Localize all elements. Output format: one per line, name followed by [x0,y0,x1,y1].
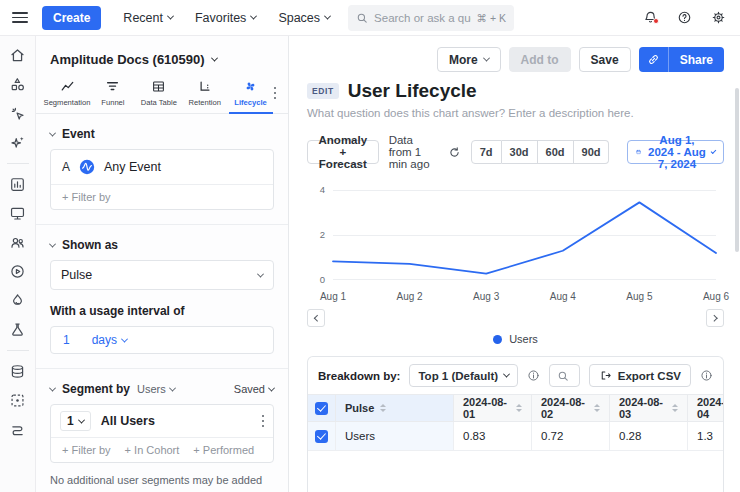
value-cell: 1.3 [688,422,724,451]
breakdown-select[interactable]: Top 1 (Default) [409,364,518,387]
chart-legend[interactable]: Users [307,333,724,345]
users-icon[interactable] [9,234,26,251]
next-page-button[interactable] [706,309,724,327]
spaces-menu[interactable]: Spaces [278,11,330,25]
create-button[interactable]: Create [42,6,101,30]
experiments-icon[interactable] [9,321,26,338]
collapse-chevron-icon[interactable] [49,384,56,391]
bell-icon[interactable] [643,10,658,25]
range-30d-button[interactable]: 30d [502,140,538,164]
copy-link-button[interactable] [639,47,669,72]
table-search-input[interactable] [549,364,580,387]
share-split-button: Share [639,47,724,72]
interval-unit: days [92,333,117,347]
help-icon[interactable] [677,10,692,25]
chevron-down-icon [211,54,218,61]
home-icon[interactable] [9,47,26,64]
row-name-cell[interactable]: Users [336,422,454,451]
flame-icon[interactable] [9,292,26,309]
description-placeholder[interactable]: What question does this chart answer? En… [307,107,724,119]
range-60d-button[interactable]: 60d [538,140,574,164]
tab-lifecycle[interactable]: Lifecycle [228,79,274,113]
page-title[interactable]: User Lifecycle [348,80,477,102]
favorites-menu[interactable]: Favorites [195,11,256,25]
x-tick: Aug 5 [626,291,652,302]
tab-data-table[interactable]: Data Table [136,79,182,113]
chevron-down-icon [250,13,257,20]
info-icon[interactable] [527,369,540,382]
export-csv-button[interactable]: Export CSV [589,364,691,387]
y-tick: 4 [307,185,325,195]
retention-icon [197,79,212,94]
date-range-presets: 7d 30d 60d 90d [471,140,610,164]
prev-page-button[interactable] [307,309,325,327]
gear-icon[interactable] [711,10,726,25]
select-all-checkbox[interactable] [315,402,328,415]
interval-value[interactable]: 1 [63,333,70,347]
search-input[interactable]: Search or ask a question ⌘ + K [348,5,514,31]
database-icon[interactable] [9,363,26,380]
more-button[interactable]: More [437,47,501,72]
column-label: 2024-08-02 [541,396,588,420]
segment-filter-by-link[interactable]: + Filter by [62,444,111,456]
session-replay-icon[interactable] [9,263,26,280]
charts-icon[interactable] [9,176,26,193]
segment-type-select[interactable]: Users [137,383,175,395]
chart-plot-area[interactable] [333,190,716,280]
amplitude-event-icon [79,159,95,175]
save-button[interactable]: Save [579,47,631,72]
collapse-chevron-icon [49,129,56,136]
segment-name[interactable]: All Users [101,414,155,428]
segment-index-select[interactable]: 1 [60,411,91,431]
segment-in-cohort-link[interactable]: + In Cohort [125,444,180,456]
range-90d-button[interactable]: 90d [574,140,610,164]
refresh-icon[interactable] [448,146,461,159]
saved-segments-select[interactable]: Saved [234,383,274,395]
chevron-down-icon [167,13,174,20]
anomaly-forecast-button[interactable]: Anomaly + Forecast [307,140,379,164]
column-header-date[interactable]: 2024-08-02 [532,395,610,422]
tab-funnel[interactable]: Funnel [90,79,136,113]
shown-as-section-header[interactable]: Shown as [50,238,274,252]
row-checkbox[interactable] [315,430,328,443]
x-axis-labels: Aug 1 Aug 2 Aug 3 Aug 4 Aug 5 Aug 6 [333,291,716,304]
chevron-down-icon [503,371,510,378]
event-filter-by-link[interactable]: + Filter by [62,191,111,203]
template-icon[interactable] [9,392,26,409]
sparkle-icon[interactable] [9,134,26,151]
assets-icon[interactable] [9,76,26,93]
shown-as-select[interactable]: Pulse [50,260,274,290]
segmentation-icon [60,79,75,94]
more-tabs-icon[interactable] [274,87,281,114]
column-header-date[interactable]: 2024-08-04 [688,395,724,422]
column-header-pulse[interactable]: Pulse [336,395,454,422]
project-selector[interactable]: Amplitude Docs (610590) [36,44,288,74]
interval-unit-select[interactable]: days [92,333,127,347]
left-nav-rail [0,36,36,492]
tab-segmentation[interactable]: Segmentation [44,79,90,113]
recent-menu[interactable]: Recent [123,11,173,25]
info-icon[interactable] [700,369,713,382]
segment-more-icon[interactable] [262,415,265,428]
add-to-button[interactable]: Add to [509,47,571,72]
vertical-scrollbar[interactable] [735,88,739,252]
export-icon [599,369,612,382]
hamburger-icon[interactable] [12,12,28,23]
date-range-button[interactable]: Aug 1, 2024 - Aug 7, 2024 [627,140,724,164]
column-header-date[interactable]: 2024-08-03 [610,395,688,422]
event-section-header[interactable]: Event [50,127,274,141]
search-icon [356,12,368,24]
chevron-down-icon [268,384,275,391]
tab-retention[interactable]: Retention [182,79,228,113]
x-tick: Aug 3 [473,291,499,302]
segment-performed-link[interactable]: + Performed [193,444,254,456]
event-row[interactable]: A Any Event [51,150,273,184]
cursor-click-icon[interactable] [9,105,26,122]
workflows-icon[interactable] [9,421,26,438]
dashboards-icon[interactable] [9,205,26,222]
sort-icon [672,404,678,412]
share-button[interactable]: Share [669,47,724,72]
column-header-date[interactable]: 2024-08-01 [454,395,532,422]
range-7d-button[interactable]: 7d [471,140,502,164]
edit-badge[interactable]: EDIT [307,83,339,99]
